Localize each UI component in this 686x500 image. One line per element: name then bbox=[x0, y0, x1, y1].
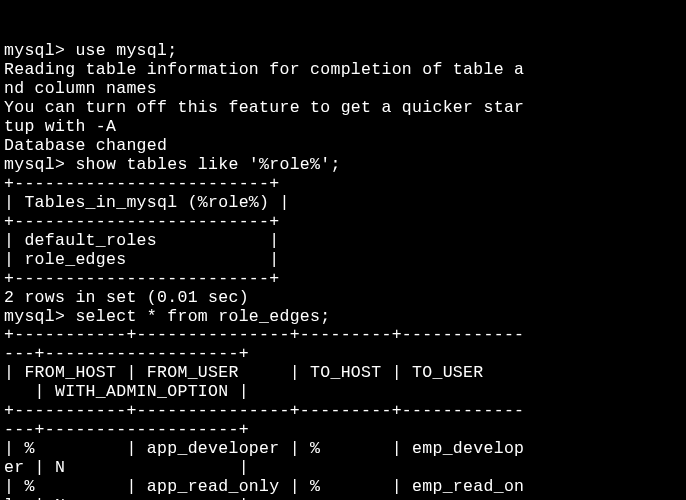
terminal-line: ---+-------------------+ bbox=[4, 345, 682, 364]
terminal-line: mysql> show tables like '%role%'; bbox=[4, 156, 682, 175]
terminal-output: mysql> use mysql;Reading table informati… bbox=[4, 42, 682, 500]
terminal-line: | role_edges | bbox=[4, 251, 682, 270]
terminal-line: tup with -A bbox=[4, 118, 682, 137]
terminal-line: You can turn off this feature to get a q… bbox=[4, 99, 682, 118]
terminal-line: | % | app_developer | % | emp_develop bbox=[4, 440, 682, 459]
terminal-line: +-----------+---------------+---------+-… bbox=[4, 402, 682, 421]
terminal-line: Database changed bbox=[4, 137, 682, 156]
terminal-line: +-----------+---------------+---------+-… bbox=[4, 326, 682, 345]
terminal-line: | WITH_ADMIN_OPTION | bbox=[4, 383, 682, 402]
terminal-line: | default_roles | bbox=[4, 232, 682, 251]
terminal-line: +-------------------------+ bbox=[4, 270, 682, 289]
terminal-line: | FROM_HOST | FROM_USER | TO_HOST | TO_U… bbox=[4, 364, 682, 383]
terminal-line: mysql> select * from role_edges; bbox=[4, 308, 682, 327]
terminal-line: +-------------------------+ bbox=[4, 213, 682, 232]
terminal-line: Reading table information for completion… bbox=[4, 61, 682, 80]
terminal-line: | Tables_in_mysql (%role%) | bbox=[4, 194, 682, 213]
terminal-line: 2 rows in set (0.01 sec) bbox=[4, 289, 682, 308]
terminal-line: nd column names bbox=[4, 80, 682, 99]
terminal-line: mysql> use mysql; bbox=[4, 42, 682, 61]
terminal-line: ---+-------------------+ bbox=[4, 421, 682, 440]
terminal-line: | % | app_read_only | % | emp_read_on bbox=[4, 478, 682, 497]
terminal-line: er | N | bbox=[4, 459, 682, 478]
terminal-line: +-------------------------+ bbox=[4, 175, 682, 194]
